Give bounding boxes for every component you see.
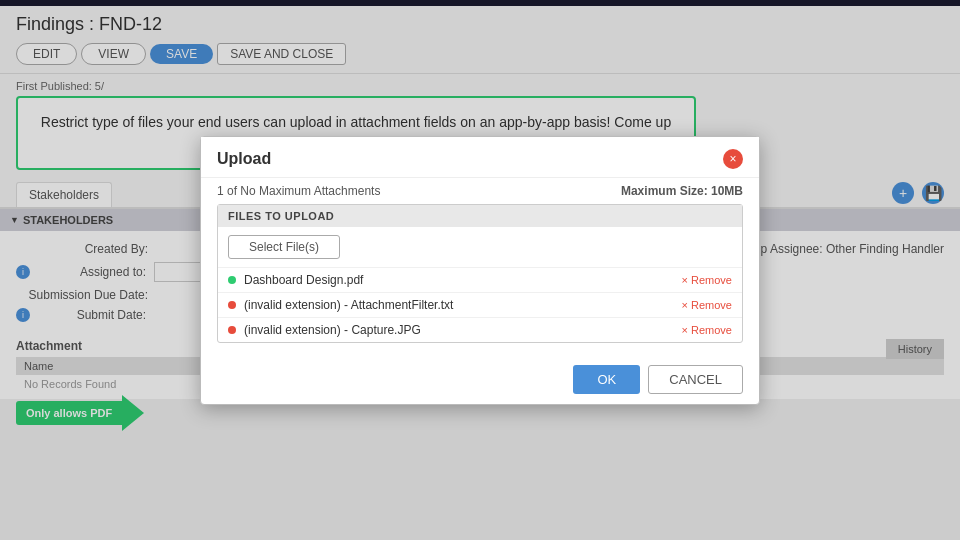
file-name-0: Dashboard Design.pdf — [244, 273, 363, 287]
file-status-valid-icon — [228, 276, 236, 284]
file-name-1: (invalid extension) - AttachmentFilter.t… — [244, 298, 453, 312]
max-size: Maximum Size: 10MB — [621, 184, 743, 198]
upload-modal: Upload × 1 of No Maximum Attachments Max… — [200, 136, 760, 405]
file-name-2: (invalid extension) - Capture.JPG — [244, 323, 421, 337]
file-remove-0[interactable]: Remove — [682, 274, 732, 286]
attachment-count: 1 of No Maximum Attachments — [217, 184, 380, 198]
modal-close-button[interactable]: × — [723, 149, 743, 169]
file-remove-1[interactable]: Remove — [682, 299, 732, 311]
file-row-1: (invalid extension) - AttachmentFilter.t… — [218, 292, 742, 317]
file-status-invalid-icon-1 — [228, 301, 236, 309]
modal-footer: OK CANCEL — [201, 355, 759, 404]
modal-header: Upload × — [201, 137, 759, 178]
file-row-2: (invalid extension) - Capture.JPG Remove — [218, 317, 742, 342]
file-row-0: Dashboard Design.pdf Remove — [218, 267, 742, 292]
files-section: FILES TO UPLOAD Select File(s) Dashboard… — [217, 204, 743, 343]
file-status-invalid-icon-2 — [228, 326, 236, 334]
modal-overlay: Upload × 1 of No Maximum Attachments Max… — [0, 0, 960, 540]
modal-subtitle: 1 of No Maximum Attachments Maximum Size… — [201, 178, 759, 204]
file-remove-2[interactable]: Remove — [682, 324, 732, 336]
select-files-button[interactable]: Select File(s) — [228, 235, 340, 259]
files-header: FILES TO UPLOAD — [218, 205, 742, 227]
ok-button[interactable]: OK — [573, 365, 640, 394]
modal-title: Upload — [217, 150, 271, 168]
cancel-button[interactable]: CANCEL — [648, 365, 743, 394]
